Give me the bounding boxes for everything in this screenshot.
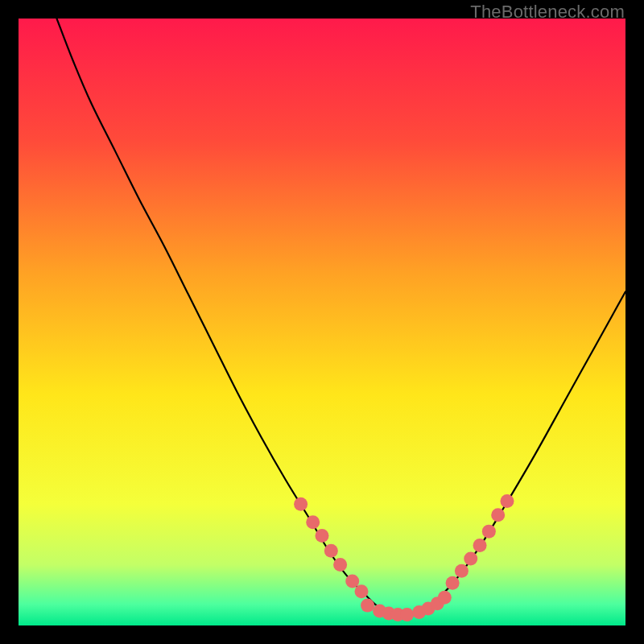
data-point: [361, 599, 374, 613]
data-point: [446, 576, 460, 590]
data-point: [400, 608, 414, 621]
watermark-text: TheBottleneck.com: [470, 2, 625, 23]
data-point: [482, 525, 496, 539]
data-point: [473, 539, 487, 552]
data-point: [306, 515, 320, 529]
data-point: [438, 591, 452, 605]
chart-frame: [19, 19, 625, 625]
data-point: [355, 584, 369, 598]
data-point: [294, 497, 308, 511]
data-point: [324, 544, 338, 558]
bottleneck-curve-chart: [19, 19, 625, 625]
data-point: [455, 564, 469, 578]
data-point: [316, 529, 329, 543]
data-point: [491, 508, 505, 522]
data-point: [500, 494, 514, 508]
data-point: [333, 558, 347, 572]
data-point: [345, 574, 359, 588]
data-point: [464, 552, 477, 566]
